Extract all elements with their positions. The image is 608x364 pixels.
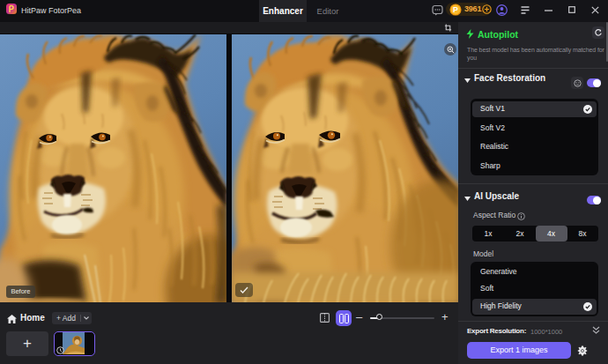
svg-text:P: P [453, 5, 458, 14]
